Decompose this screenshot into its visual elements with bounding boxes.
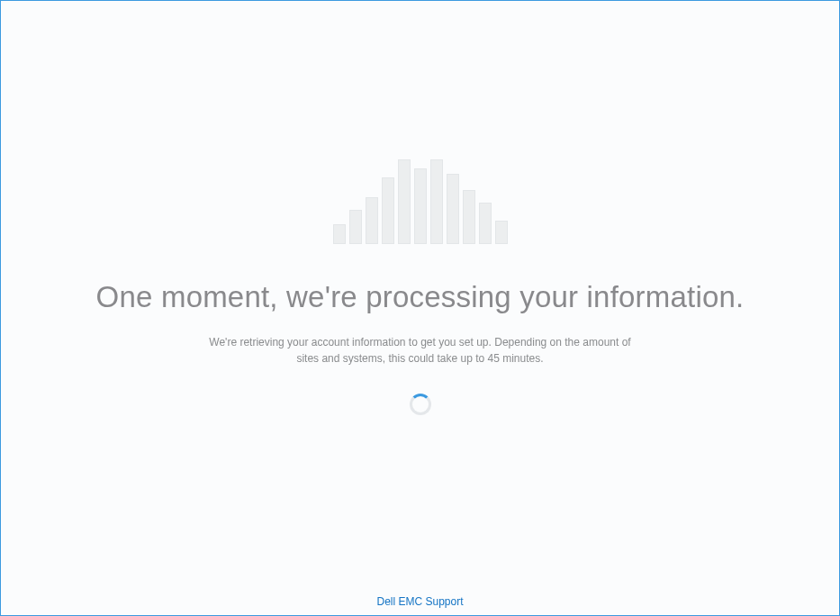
loading-spinner-icon <box>408 392 433 417</box>
loading-subtext: We're retrieving your account informatio… <box>204 334 637 367</box>
cloud-graphic-icon <box>333 154 508 244</box>
loading-dialog: One moment, we're processing your inform… <box>0 0 840 616</box>
loading-heading: One moment, we're processing your inform… <box>96 280 745 314</box>
support-link[interactable]: Dell EMC Support <box>1 595 839 608</box>
loading-content: One moment, we're processing your inform… <box>1 154 839 417</box>
